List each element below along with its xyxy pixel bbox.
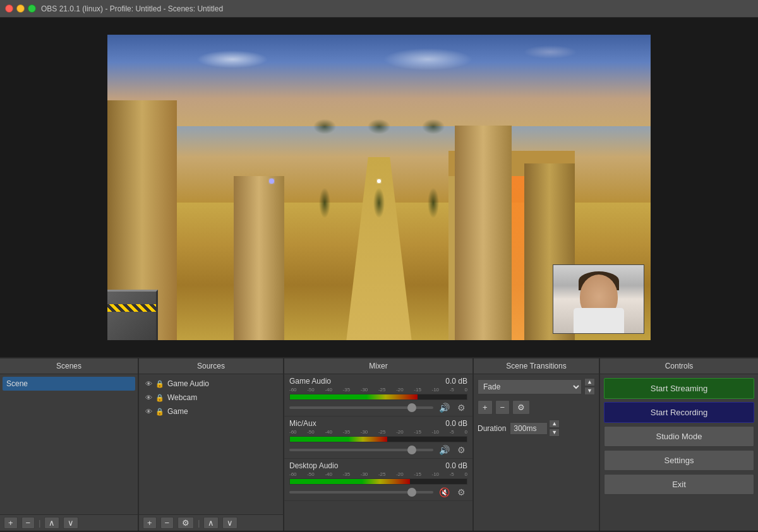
crate — [107, 290, 158, 340]
mic-header: Mic/Aux 0.0 dB — [289, 419, 467, 428]
laser-beam — [107, 181, 651, 183]
eye-icon-3: 👁 — [145, 408, 152, 415]
desktop-meter-labels: -60-50-40-35-30-25-20-15-10-50 — [289, 471, 467, 477]
mic-meter-labels: -60-50-40-35-30-25-20-15-10-50 — [289, 429, 467, 435]
source-item-game[interactable]: 👁 🔒 Game — [141, 405, 280, 418]
start-recording-button[interactable]: Start Recording — [604, 402, 754, 423]
title-bar: OBS 21.0.1 (linux) - Profile: Untitled -… — [0, 0, 758, 18]
game-audio-settings-button[interactable]: ⚙ — [455, 402, 467, 413]
controls-panel: Controls Start Streaming Start Recording… — [600, 358, 758, 531]
mic-meter — [289, 436, 467, 442]
transition-settings-button[interactable]: ⚙ — [512, 400, 530, 415]
source-label-webcam: Webcam — [167, 393, 197, 402]
desktop-settings-button[interactable]: ⚙ — [455, 487, 467, 498]
game-audio-header: Game Audio 0.0 dB — [289, 377, 467, 386]
duration-spin-up[interactable]: ▲ — [549, 420, 560, 428]
minimize-button[interactable] — [16, 4, 25, 13]
duration-spin-down[interactable]: ▼ — [549, 429, 560, 437]
game-audio-level — [290, 394, 418, 399]
sources-down-button[interactable]: ∨ — [222, 517, 238, 529]
transition-add-button[interactable]: + — [478, 400, 493, 415]
mixer-channel-mic: Mic/Aux 0.0 dB -60-50-40-35-30-25-20-15-… — [284, 417, 472, 459]
game-audio-fader-thumb[interactable] — [407, 403, 416, 412]
desktop-meter — [289, 478, 467, 485]
transition-spin-up[interactable]: ▲ — [584, 378, 595, 386]
transition-spinner: ▲ ▼ — [584, 378, 595, 395]
lock-icon-3: 🔒 — [155, 408, 164, 416]
mixer-channel-desktop: Desktop Audio 0.0 dB -60-50-40-35-30-25-… — [284, 459, 472, 501]
scenes-toolbar-sep: | — [39, 519, 40, 528]
mixer-panel: Mixer Game Audio 0.0 dB -60-50-40-35-30-… — [284, 358, 474, 531]
scene-item[interactable]: Scene — [3, 377, 135, 391]
source-item-webcam[interactable]: 👁 🔒 Webcam — [141, 391, 280, 405]
sources-settings-button[interactable]: ⚙ — [177, 517, 194, 529]
game-audio-db: 0.0 dB — [445, 377, 467, 386]
transition-spin-down[interactable]: ▼ — [584, 387, 595, 395]
duration-row: Duration ▲ ▼ — [478, 420, 595, 437]
transition-remove-button[interactable]: − — [495, 400, 510, 415]
scenes-toolbar: + − | ∧ ∨ — [0, 514, 138, 531]
sources-header: Sources — [139, 358, 283, 374]
eye-icon-2: 👁 — [145, 394, 152, 401]
studio-mode-button[interactable]: Studio Mode — [604, 426, 754, 447]
mic-settings-button[interactable]: ⚙ — [455, 444, 467, 456]
desktop-fader[interactable] — [289, 491, 433, 494]
mic-db: 0.0 dB — [445, 419, 467, 428]
transitions-header: Scene Transitions — [474, 358, 599, 374]
lock-icon: 🔒 — [155, 380, 164, 388]
sources-panel: Sources 👁 🔒 Game Audio 👁 🔒 Webcam 👁 🔒 Ga… — [139, 358, 284, 531]
scenes-remove-button[interactable]: − — [21, 517, 35, 529]
transitions-content: Fade Cut Swipe Slide ▲ ▼ + − ⚙ Duration — [474, 374, 599, 531]
mic-fader-row: 🔊 ⚙ — [289, 444, 467, 456]
desktop-fader-thumb[interactable] — [407, 488, 416, 497]
game-audio-meter-labels: -60-50-40-35-30-25-20-15-10-50 — [289, 387, 467, 393]
controls-content: Start Streaming Start Recording Studio M… — [600, 374, 758, 531]
scenes-down-button[interactable]: ∨ — [63, 517, 78, 529]
sources-add-button[interactable]: + — [143, 517, 157, 529]
window-controls[interactable] — [5, 4, 36, 13]
exit-button[interactable]: Exit — [604, 474, 754, 495]
face-shirt — [574, 308, 624, 333]
desktop-mute-button[interactable]: 🔇 — [437, 487, 452, 498]
settings-button[interactable]: Settings — [604, 450, 754, 471]
duration-input-wrap: ▲ ▼ — [510, 420, 560, 437]
desktop-level — [290, 479, 410, 484]
clouds — [135, 41, 623, 78]
transition-select-row: Fade Cut Swipe Slide ▲ ▼ — [478, 378, 595, 395]
transitions-panel: Scene Transitions Fade Cut Swipe Slide ▲… — [474, 358, 600, 531]
mic-fader-thumb[interactable] — [407, 446, 416, 454]
duration-label: Duration — [478, 424, 506, 433]
source-label-game-audio: Game Audio — [167, 379, 209, 388]
sources-up-button[interactable]: ∧ — [203, 517, 219, 529]
duration-spinner: ▲ ▼ — [549, 420, 560, 437]
crate-stripe — [107, 304, 156, 312]
mixer-channel-game-audio: Game Audio 0.0 dB -60-50-40-35-30-25-20-… — [284, 374, 472, 417]
mic-mute-button[interactable]: 🔊 — [437, 444, 452, 456]
mic-level — [290, 437, 387, 442]
controls-header: Controls — [600, 358, 758, 374]
scenes-add-button[interactable]: + — [4, 517, 18, 529]
preview-area — [0, 18, 758, 357]
transition-dropdown[interactable]: Fade Cut Swipe Slide — [478, 379, 582, 394]
game-audio-fader[interactable] — [289, 406, 433, 409]
lock-icon-2: 🔒 — [155, 394, 164, 402]
close-button[interactable] — [5, 4, 13, 13]
scenes-up-button[interactable]: ∧ — [44, 517, 59, 529]
mic-fader[interactable] — [289, 449, 433, 451]
scenes-panel: Scenes Scene + − | ∧ ∨ — [0, 358, 139, 531]
eye-icon: 👁 — [145, 380, 152, 387]
sources-remove-button[interactable]: − — [160, 517, 174, 529]
start-streaming-button[interactable]: Start Streaming — [604, 378, 754, 399]
mixer-header: Mixer — [284, 358, 472, 374]
game-audio-mute-button[interactable]: 🔊 — [437, 402, 452, 413]
window-title: OBS 21.0.1 (linux) - Profile: Untitled -… — [41, 4, 223, 13]
preview-canvas — [107, 35, 651, 340]
game-audio-fader-row: 🔊 ⚙ — [289, 402, 467, 413]
sources-list: 👁 🔒 Game Audio 👁 🔒 Webcam 👁 🔒 Game — [139, 374, 283, 514]
maximize-button[interactable] — [28, 4, 36, 13]
source-item-game-audio[interactable]: 👁 🔒 Game Audio — [141, 377, 280, 391]
desktop-fader-row: 🔇 ⚙ — [289, 487, 467, 498]
scenes-list: Scene — [0, 374, 138, 514]
game-audio-meter — [289, 394, 467, 400]
duration-input[interactable] — [510, 422, 548, 435]
